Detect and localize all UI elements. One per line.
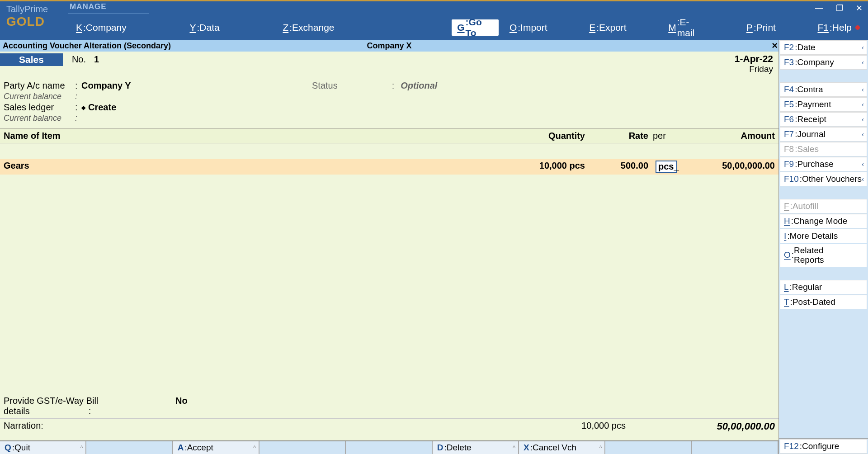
chevron-left-icon: ‹ (862, 175, 864, 183)
totals-row: Narration: 10,000 pcs 50,00,000.00 (0, 418, 778, 440)
close-icon[interactable]: ✕ (856, 3, 863, 13)
main-container: Accounting Voucher Alteration (Secondary… (0, 40, 868, 454)
bottom-btn-accept[interactable]: A:Accept^ (173, 441, 259, 454)
side-group-3: F:AutofillH:Change ModeI:More DetailsO:R… (779, 199, 868, 268)
item-per[interactable]: pcs_ (648, 161, 684, 173)
side-btn-contra[interactable]: F4:Contra‹ (780, 82, 867, 97)
party-name-row: Party A/c name : Company Y Status : Opti… (4, 80, 775, 91)
menu-data[interactable]: Y:Data (181, 15, 227, 40)
col-qty-header: Quantity (504, 131, 585, 141)
bottom-btn-delete[interactable]: D:Delete^ (433, 441, 519, 454)
bottom-btn-quit[interactable]: Q:Quit^ (0, 441, 86, 454)
item-amount: 50,00,000.00 (684, 161, 775, 173)
item-name[interactable]: Gears (4, 161, 504, 173)
total-amount: 50,00,000.00 (626, 421, 775, 432)
side-btn-more-details[interactable]: I:More Details (780, 229, 867, 243)
sales-ledger-label: Sales ledger (4, 102, 75, 113)
bottom-btn-empty (346, 441, 432, 454)
party-name-label: Party A/c name (4, 80, 75, 91)
sales-ledger-value[interactable]: Create (81, 102, 116, 113)
side-bottom: F12:Configure (779, 438, 868, 454)
chevron-left-icon: ‹ (862, 44, 864, 51)
status-label: Status (312, 80, 338, 91)
voucher-number: No. 1 (72, 53, 99, 65)
side-btn-date[interactable]: F2:Date‹ (780, 40, 867, 55)
minimize-icon[interactable]: — (815, 3, 823, 13)
per-input[interactable]: pcs_ (656, 161, 677, 173)
side-btn-journal[interactable]: F7:Journal‹ (780, 127, 867, 142)
col-amount-header: Amount (684, 131, 775, 141)
party-balance-label: Current balance (4, 92, 75, 101)
col-per-header: per (648, 131, 684, 141)
item-grid-body: Gears 10,000 pcs 500.00 pcs_ 50,00,000.0… (0, 143, 778, 392)
chevron-left-icon: ‹ (862, 59, 864, 66)
brand-area: TallyPrime GOLD (0, 1, 68, 40)
chevron-left-icon: ‹ (862, 131, 864, 138)
ledger-balance-row: Current balance : (4, 114, 775, 123)
menu-import[interactable]: O:Import (501, 15, 556, 40)
gst-label: Provide GST/e-Way Bill details: (4, 396, 175, 416)
col-name-header: Name of Item (4, 131, 504, 141)
brand-edition: GOLD (6, 14, 61, 29)
side-btn-configure[interactable]: F12:Configure (780, 439, 867, 454)
side-btn-other-vouchers[interactable]: F10:Other Vouchers‹ (780, 172, 867, 186)
date-value: 1-Apr-22 (735, 53, 773, 64)
side-btn-sales: F8:Sales (780, 142, 867, 156)
party-name-value[interactable]: Company Y (81, 80, 131, 91)
context-company: Company X (367, 41, 411, 51)
status-block: Status : Optional (312, 80, 437, 91)
bottom-btn-cancel-vch[interactable]: X:Cancel Vch^ (519, 441, 605, 454)
side-btn-payment[interactable]: F5:Payment‹ (780, 97, 867, 112)
side-btn-purchase[interactable]: F9:Purchase‹ (780, 157, 867, 171)
side-btn-autofill: F:Autofill (780, 199, 867, 213)
chevron-left-icon: ‹ (862, 86, 864, 93)
status-value: Optional (401, 80, 437, 91)
party-balance-row: Current balance : (4, 92, 775, 101)
col-rate-header: Rate (585, 131, 648, 141)
menu-help[interactable]: F1:Help (809, 15, 868, 40)
voucher-header: Sales No. 1 1-Apr-22 Friday (0, 52, 778, 77)
side-btn-related-reports[interactable]: O:RelatedReports (780, 244, 867, 267)
voucher-no-label: No. (72, 54, 86, 65)
help-dot-icon (855, 25, 860, 30)
item-qty[interactable]: 10,000 pcs (504, 161, 585, 173)
menu-company[interactable]: K:Company (68, 15, 135, 40)
menu-print[interactable]: P:Print (738, 15, 784, 40)
bottom-btn-empty (605, 441, 692, 454)
top-menu: K:CompanyY:DataZ:ExchangeG:Go ToO:Import… (68, 15, 868, 40)
manage-row: MANAGE — ❐ ✕ (68, 1, 868, 15)
menu-go-to[interactable]: G:Go To (452, 19, 499, 36)
chevron-left-icon: ‹ (862, 101, 864, 108)
side-btn-post-dated[interactable]: T:Post-Dated (780, 295, 867, 309)
chevron-left-icon: ‹ (862, 116, 864, 123)
item-row[interactable]: Gears 10,000 pcs 500.00 pcs_ 50,00,000.0… (0, 159, 778, 175)
side-btn-regular[interactable]: L:Regular (780, 280, 867, 294)
menu-e-mail[interactable]: M:E-mail (660, 15, 712, 40)
sales-ledger-row: Sales ledger : Create (4, 102, 775, 113)
side-btn-receipt[interactable]: F6:Receipt‹ (780, 112, 867, 127)
narration-label[interactable]: Narration: (4, 421, 526, 432)
voucher-date: 1-Apr-22 Friday (735, 53, 775, 74)
side-btn-company[interactable]: F3:Company‹ (780, 55, 867, 70)
chevron-left-icon: ‹ (862, 161, 864, 168)
total-qty: 10,000 pcs (526, 421, 626, 432)
party-section: Party A/c name : Company Y Status : Opti… (0, 77, 778, 128)
side-btn-change-mode[interactable]: H:Change Mode (780, 214, 867, 228)
menu-export[interactable]: E:Export (581, 15, 635, 40)
close-panel-icon[interactable]: × (772, 40, 778, 52)
main-area: Accounting Voucher Alteration (Secondary… (0, 40, 778, 454)
brand-name: TallyPrime (6, 4, 61, 14)
gst-section: Provide GST/e-Way Bill details: No (0, 392, 778, 418)
menu-exchange[interactable]: Z:Exchange (274, 15, 342, 40)
maximize-icon[interactable]: ❐ (836, 3, 843, 13)
side-panel: F2:Date‹F3:Company‹ F4:Contra‹F5:Payment… (778, 40, 868, 454)
gst-value[interactable]: No (175, 396, 188, 416)
voucher-no-value: 1 (94, 54, 99, 65)
context-bar: Accounting Voucher Alteration (Secondary… (0, 40, 778, 52)
ledger-balance-label: Current balance (4, 114, 75, 123)
item-rate[interactable]: 500.00 (585, 161, 648, 173)
bottom-btn-empty (259, 441, 346, 454)
context-title: Accounting Voucher Alteration (Secondary… (3, 41, 171, 51)
manage-label[interactable]: MANAGE (68, 2, 149, 14)
bottom-bar: Q:Quit^A:Accept^D:Delete^X:Cancel Vch^ (0, 440, 778, 454)
